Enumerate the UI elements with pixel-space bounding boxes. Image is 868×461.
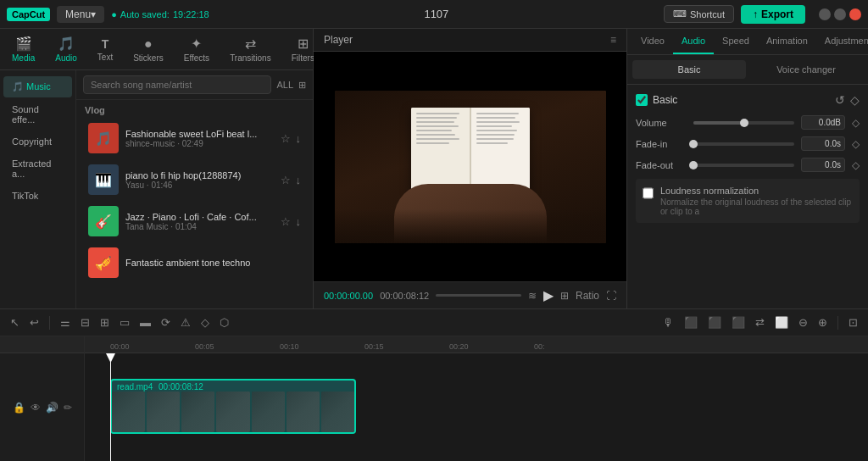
green-track-btn1[interactable]: ⬛	[681, 314, 701, 330]
green-track-btn3[interactable]: ⬛	[728, 314, 748, 330]
tab-audio[interactable]: 🎵 Audio	[50, 34, 82, 64]
export-button[interactable]: ↑ Export	[741, 5, 805, 24]
tab-effects[interactable]: ✦ Effects	[179, 34, 214, 64]
tab-adjustment[interactable]: Adjustment	[816, 29, 868, 54]
favorite-button[interactable]: ☆	[281, 132, 291, 145]
warning-button[interactable]: ⚠	[177, 314, 194, 330]
ratio-button[interactable]: Ratio	[576, 290, 599, 302]
sidebar-item-extracted[interactable]: Extracted a...	[3, 153, 72, 184]
crop-button[interactable]: ▭	[116, 314, 133, 330]
close-button[interactable]	[849, 8, 861, 20]
tab-animation[interactable]: Animation	[758, 29, 816, 54]
mic-button[interactable]: 🎙	[659, 314, 677, 330]
volume-slider[interactable]	[693, 121, 794, 125]
reset-icon[interactable]: ↺	[835, 93, 845, 107]
compare-icon[interactable]: ◇	[850, 93, 860, 107]
menu-button[interactable]: Menu▾	[57, 6, 104, 23]
remove-button[interactable]: ⊖	[795, 314, 811, 330]
basic-section-title: Basic	[636, 94, 677, 106]
track-sub: shince-music · 02:49	[125, 139, 274, 148]
favorite-button[interactable]: ☆	[281, 215, 291, 228]
all-filter-label[interactable]: ALL	[276, 80, 293, 90]
list-item[interactable]: 🎸 Jazz · Piano · Lofi · Cafe · Cof... Ta…	[80, 201, 309, 242]
split3-button[interactable]: ⊞	[97, 314, 113, 330]
extend-button[interactable]: ▬	[136, 314, 154, 330]
track-actions: ☆ ↓	[281, 174, 302, 186]
search-input[interactable]	[83, 75, 271, 94]
filters-label: Filters	[292, 53, 314, 63]
add-button[interactable]: ⊕	[815, 314, 831, 330]
track-control-buttons: 🔒 👁 🔊 ✏	[0, 353, 84, 461]
filter-icon[interactable]: ⊞	[298, 80, 306, 91]
undo-button[interactable]: ↩	[26, 314, 42, 330]
curve-button[interactable]: ◇	[198, 314, 213, 330]
tab-audio-settings[interactable]: Audio	[673, 29, 714, 54]
list-item[interactable]: 🎹 piano lo fi hip hop(1288874) Yasu · 01…	[80, 159, 309, 200]
subtab-basic[interactable]: Basic	[632, 60, 746, 79]
audio-category-sidebar: 🎵 Music Sound effe... Copyright Extracte…	[0, 70, 76, 308]
split-button[interactable]: ⚌	[57, 314, 74, 330]
volume-keyframe-button[interactable]: ◇	[852, 117, 860, 129]
player-title: Player	[324, 34, 353, 46]
mask-button[interactable]: ⬡	[216, 314, 232, 330]
select-tool-button[interactable]: ↖	[7, 314, 23, 330]
tiktok-label: TikTok	[12, 191, 38, 201]
fade-out-keyframe-button[interactable]: ◇	[852, 159, 860, 171]
download-button[interactable]: ↓	[296, 174, 302, 186]
list-item[interactable]: 🎺 Fantastic ambient tone techno	[80, 242, 309, 283]
track-info: piano lo fi hip hop(1288874) Yasu · 01:4…	[125, 170, 274, 190]
zoom-fit-button[interactable]: ⊡	[845, 314, 861, 330]
sidebar-item-tiktok[interactable]: TikTok	[3, 186, 72, 206]
fade-in-value-input[interactable]	[801, 136, 845, 151]
loop-button[interactable]: ⟳	[158, 314, 174, 330]
video-clip[interactable]: read.mp4 00:00:08:12	[110, 379, 356, 434]
fade-out-value-input[interactable]	[801, 158, 845, 172]
timeline-scrubber[interactable]	[436, 294, 521, 297]
list-item[interactable]: 🎵 Fashionable sweet LoFi beat l... shinc…	[80, 118, 309, 158]
swap-button[interactable]: ⇄	[752, 314, 768, 330]
tab-video[interactable]: Video	[632, 29, 673, 54]
sidebar-item-copyright[interactable]: Copyright	[3, 131, 72, 152]
track-title: piano lo fi hip hop(1288874)	[125, 170, 274, 181]
toolbar-separator2	[837, 316, 838, 330]
fade-in-control: Fade-in ◇	[636, 136, 860, 151]
book-pages	[411, 108, 530, 192]
tab-transitions[interactable]: ⇄ Transitions	[225, 34, 276, 64]
tab-text[interactable]: T Text	[92, 36, 118, 64]
playhead[interactable]	[110, 353, 111, 461]
subtab-voice-changer[interactable]: Voice changer	[749, 60, 863, 79]
shortcut-button[interactable]: ⌨ Shortcut	[664, 5, 734, 23]
loudness-desc: Normalize the original loudness of the s…	[660, 197, 853, 216]
download-button[interactable]: ↓	[296, 215, 302, 228]
favorite-button[interactable]: ☆	[281, 174, 291, 186]
toolbar-separator	[49, 316, 50, 330]
frame-btn[interactable]: ⬜	[771, 314, 792, 330]
player-menu-icon[interactable]: ≡	[610, 34, 616, 46]
sidebar-item-music[interactable]: 🎵 Music	[3, 76, 72, 97]
fullscreen-button[interactable]: ⛶	[606, 290, 616, 302]
edit-button[interactable]: ✏	[64, 402, 72, 414]
fade-in-slider[interactable]	[693, 142, 794, 146]
tab-speed[interactable]: Speed	[714, 29, 758, 54]
download-button[interactable]: ↓	[296, 132, 302, 145]
play-button[interactable]: ▶	[543, 287, 554, 303]
loudness-checkbox[interactable]	[643, 187, 654, 199]
lock-button[interactable]: 🔒	[13, 402, 25, 414]
basic-enable-checkbox[interactable]	[636, 94, 648, 106]
tab-media[interactable]: 🎬 Media	[7, 34, 40, 64]
maximize-button[interactable]	[834, 8, 846, 20]
tab-stickers[interactable]: ● Stickers	[128, 35, 169, 64]
split2-button[interactable]: ⊟	[77, 314, 93, 330]
book-page-right	[471, 108, 530, 192]
minimize-button[interactable]	[819, 8, 831, 20]
screenshot-icon[interactable]: ⊞	[560, 290, 569, 302]
fade-out-slider[interactable]	[693, 164, 794, 167]
waveform-icon[interactable]: ≋	[528, 290, 537, 302]
audio-mute-button[interactable]: 🔊	[46, 402, 58, 414]
green-track-btn2[interactable]: ⬛	[704, 314, 725, 330]
fade-in-keyframe-button[interactable]: ◇	[852, 138, 860, 150]
volume-value-input[interactable]	[801, 115, 845, 130]
sidebar-item-sound-effects[interactable]: Sound effe...	[3, 99, 72, 130]
visibility-button[interactable]: 👁	[31, 402, 41, 414]
volume-control: Volume ◇	[636, 115, 860, 130]
